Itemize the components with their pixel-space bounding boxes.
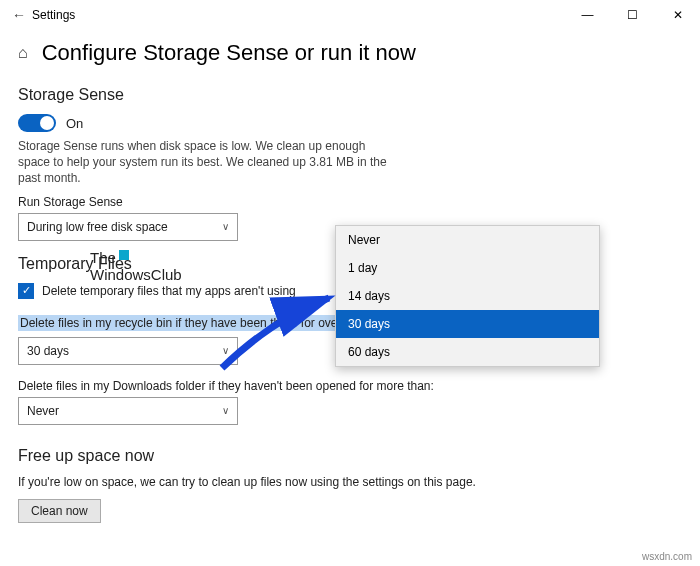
downloads-dropdown[interactable]: Never ∨ bbox=[18, 397, 238, 425]
footer-watermark: wsxdn.com bbox=[642, 551, 692, 562]
free-desc: If you're low on space, we can try to cl… bbox=[18, 475, 682, 489]
minimize-button[interactable]: — bbox=[565, 0, 610, 30]
section-free-up: Free up space now bbox=[18, 447, 682, 465]
checkbox-checked-icon[interactable]: ✓ bbox=[18, 283, 34, 299]
window-title: Settings bbox=[32, 8, 565, 22]
page-title: Configure Storage Sense or run it now bbox=[42, 40, 416, 66]
clean-now-button[interactable]: Clean now bbox=[18, 499, 101, 523]
delete-temp-label: Delete temporary files that my apps aren… bbox=[42, 284, 296, 298]
downloads-label: Delete files in my Downloads folder if t… bbox=[18, 379, 682, 393]
run-label: Run Storage Sense bbox=[18, 195, 682, 209]
window-controls: — ☐ ✕ bbox=[565, 0, 700, 30]
recycle-value: 30 days bbox=[27, 344, 69, 358]
home-icon[interactable]: ⌂ bbox=[18, 44, 28, 62]
storage-desc: Storage Sense runs when disk space is lo… bbox=[18, 138, 398, 187]
section-storage-sense: Storage Sense bbox=[18, 86, 682, 104]
chevron-down-icon: ∨ bbox=[222, 221, 229, 232]
dropdown-option-14days[interactable]: 14 days bbox=[336, 282, 599, 310]
dropdown-menu[interactable]: Never 1 day 14 days 30 days 60 days bbox=[335, 225, 600, 367]
storage-sense-toggle[interactable] bbox=[18, 114, 56, 132]
toggle-row: On bbox=[18, 114, 682, 132]
downloads-value: Never bbox=[27, 404, 59, 418]
dropdown-option-1day[interactable]: 1 day bbox=[336, 254, 599, 282]
dropdown-option-30days[interactable]: 30 days bbox=[336, 310, 599, 338]
back-button[interactable]: ← bbox=[12, 7, 32, 23]
titlebar: ← Settings — ☐ ✕ bbox=[0, 0, 700, 30]
dropdown-option-60days[interactable]: 60 days bbox=[336, 338, 599, 366]
toggle-label: On bbox=[66, 116, 83, 131]
chevron-down-icon: ∨ bbox=[222, 345, 229, 356]
run-storage-sense-dropdown[interactable]: During low free disk space ∨ bbox=[18, 213, 238, 241]
page-header: ⌂ Configure Storage Sense or run it now bbox=[0, 30, 700, 80]
chevron-down-icon: ∨ bbox=[222, 405, 229, 416]
close-button[interactable]: ✕ bbox=[655, 0, 700, 30]
maximize-button[interactable]: ☐ bbox=[610, 0, 655, 30]
dropdown-option-never[interactable]: Never bbox=[336, 226, 599, 254]
recycle-bin-dropdown[interactable]: 30 days ∨ bbox=[18, 337, 238, 365]
run-value: During low free disk space bbox=[27, 220, 168, 234]
